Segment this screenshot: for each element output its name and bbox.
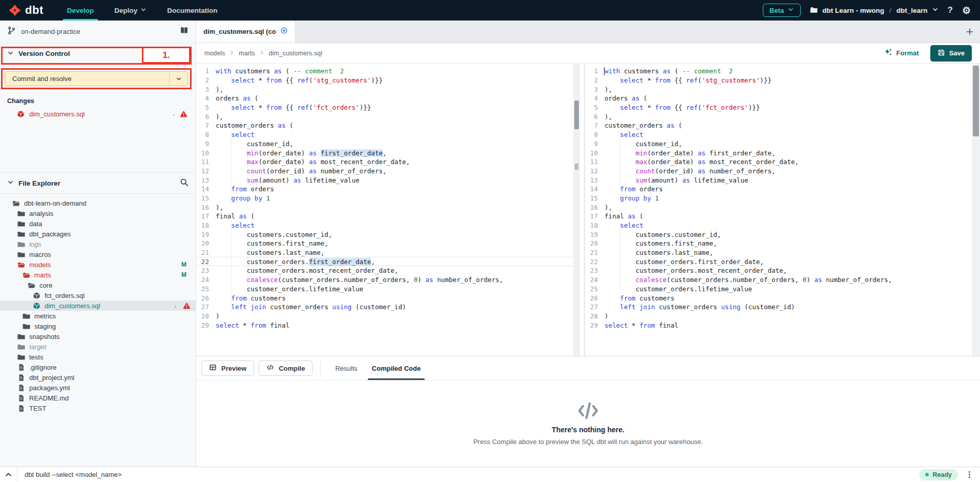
tree-item-analysis[interactable]: analysis bbox=[0, 208, 196, 218]
changed-file-row[interactable]: dim_customers.sql· bbox=[0, 108, 196, 120]
tree-item-tests[interactable]: tests bbox=[0, 352, 196, 362]
editor-tab-dim-customers[interactable]: dim_customers.sql (confli... bbox=[196, 21, 296, 43]
tree-item-core[interactable]: core bbox=[0, 280, 196, 290]
code-line-15: 15 group by 1 bbox=[196, 194, 580, 203]
nav-item-deploy[interactable]: Deploy bbox=[104, 0, 157, 21]
save-button[interactable]: Save bbox=[930, 45, 972, 62]
sidebar: on-demand-practice Version Control Commi… bbox=[0, 21, 196, 467]
settings-gear-icon[interactable]: ⚙ bbox=[962, 5, 971, 16]
breadcrumb-item[interactable]: dim_customers.sql bbox=[269, 50, 322, 57]
tree-item-snapshots[interactable]: snapshots bbox=[0, 331, 196, 342]
tree-item-label: analysis bbox=[29, 210, 191, 217]
tree-item-marts[interactable]: martsM bbox=[0, 270, 196, 280]
code-line-6: 6), bbox=[196, 112, 580, 121]
tree-item-label: core bbox=[39, 282, 191, 289]
ready-status-badge[interactable]: Ready bbox=[919, 469, 958, 480]
code-icon bbox=[266, 364, 274, 373]
docs-book-icon[interactable] bbox=[180, 26, 189, 37]
left-pane-scrollbar[interactable] bbox=[573, 64, 580, 356]
tree-item-dbt-learn-on-demand[interactable]: dbt-learn-on-demand bbox=[0, 198, 196, 208]
brand-name: dbt bbox=[25, 4, 44, 17]
code-line-12: 12 count(order_id) as number_of_orders, bbox=[585, 167, 980, 176]
ready-label: Ready bbox=[932, 471, 952, 478]
sparkles-icon bbox=[884, 48, 892, 58]
code-line-17: 17final as ( bbox=[196, 212, 580, 221]
new-tab-plus-icon[interactable] bbox=[966, 21, 974, 43]
command-input[interactable]: dbt build --select <model_name> bbox=[17, 471, 919, 478]
file-explorer-title: File Explorer bbox=[18, 179, 175, 187]
nav-item-documentation[interactable]: Documentation bbox=[157, 0, 227, 21]
nav-item-develop[interactable]: Develop bbox=[57, 0, 105, 21]
pane-divider[interactable] bbox=[580, 64, 585, 356]
preview-button[interactable]: Preview bbox=[201, 360, 254, 376]
commit-options-caret[interactable] bbox=[169, 72, 187, 86]
results-tab-results[interactable]: Results bbox=[328, 356, 364, 380]
tree-item-readme-md[interactable]: README.md bbox=[0, 393, 196, 403]
tree-item-target[interactable]: target bbox=[0, 342, 196, 352]
code-pane-right[interactable]: 1with customers as ( -- comment 22 selec… bbox=[585, 64, 980, 356]
tree-item-dim-customers-sql[interactable]: dim_customers.sql· bbox=[0, 300, 196, 311]
dbt-logo[interactable]: dbt bbox=[0, 0, 57, 21]
git-branch-icon bbox=[7, 26, 16, 37]
empty-state-title: There's nothing here. bbox=[552, 426, 624, 434]
folder-icon bbox=[17, 251, 25, 258]
folder-icon bbox=[17, 240, 25, 248]
tree-item-models[interactable]: modelsM bbox=[0, 259, 196, 270]
tree-item--gitignore[interactable]: .gitignore bbox=[0, 362, 196, 372]
tree-item-label: dim_customers.sql bbox=[45, 302, 170, 310]
format-button[interactable]: Format bbox=[884, 48, 919, 58]
code-line-8: 8 select bbox=[196, 130, 580, 139]
folder-open-icon bbox=[12, 199, 20, 207]
code-line-12: 12 count(order_id) as number_of_orders, bbox=[196, 167, 580, 176]
tree-item-fct-orders-sql[interactable]: fct_orders.sql bbox=[0, 290, 196, 300]
beta-dropdown[interactable]: Beta bbox=[763, 4, 801, 17]
breadcrumb-item[interactable]: models bbox=[204, 50, 225, 57]
file-explorer-header[interactable]: File Explorer bbox=[0, 172, 196, 194]
chevron-down-icon bbox=[787, 6, 794, 14]
code-line-6: 6), bbox=[585, 112, 980, 121]
version-control-header[interactable]: Version Control bbox=[0, 43, 196, 65]
cube-icon bbox=[33, 302, 40, 310]
folder-icon bbox=[17, 220, 25, 228]
unsaved-dot: · bbox=[174, 302, 177, 310]
project-selector[interactable]: dbt Learn - mwong / dbt_learn bbox=[810, 6, 938, 15]
file-icon bbox=[17, 374, 25, 381]
code-pane-left[interactable]: 1with customers as ( -- comment 22 selec… bbox=[196, 64, 580, 356]
tree-item-dbt-packages[interactable]: dbt_packages bbox=[0, 229, 196, 239]
dbt-cloud-ide: dbt DevelopDeployDocumentation Beta dbt … bbox=[0, 0, 980, 482]
modified-badge: M bbox=[181, 261, 191, 268]
top-nav: dbt DevelopDeployDocumentation Beta dbt … bbox=[0, 0, 980, 21]
breadcrumb-item[interactable]: marts bbox=[239, 50, 255, 57]
code-line-26: 26 from customers bbox=[196, 293, 580, 303]
tree-item-dbt-project-yml[interactable]: dbt_project.yml bbox=[0, 372, 196, 383]
results-tab-compiled-code[interactable]: Compiled Code bbox=[365, 356, 428, 380]
bottom-toolbar: Preview Compile ResultsCompiled Code bbox=[196, 356, 980, 380]
compile-button[interactable]: Compile bbox=[259, 360, 312, 376]
code-line-7: 7customer_orders as ( bbox=[196, 121, 580, 130]
tree-item-macros[interactable]: macros bbox=[0, 249, 196, 259]
tree-item-staging[interactable]: staging bbox=[0, 321, 196, 331]
help-icon[interactable]: ? bbox=[948, 5, 953, 15]
search-icon[interactable] bbox=[180, 178, 189, 189]
tree-item-test[interactable]: TEST bbox=[0, 403, 196, 413]
branch-row[interactable]: on-demand-practice bbox=[0, 21, 196, 43]
right-pane-scrollbar[interactable] bbox=[972, 64, 980, 356]
code-line-7: 7customer_orders as ( bbox=[585, 121, 980, 130]
tree-item-metrics[interactable]: metrics bbox=[0, 311, 196, 321]
compile-label: Compile bbox=[279, 365, 305, 372]
tree-item-label: tests bbox=[29, 353, 191, 361]
code-line-16: 16), bbox=[585, 203, 980, 212]
folder-icon bbox=[17, 353, 25, 361]
code-line-24: 24 coalesce(customer_orders.number_of_or… bbox=[196, 275, 580, 285]
tree-item-packages-yml[interactable]: packages.yml bbox=[0, 383, 196, 393]
tree-item-data[interactable]: data bbox=[0, 218, 196, 229]
collapse-panel-chevron-up-icon[interactable] bbox=[0, 467, 17, 482]
tree-item-logs[interactable]: logs bbox=[0, 239, 196, 249]
project-name: dbt Learn - mwong bbox=[822, 7, 884, 14]
format-label: Format bbox=[896, 49, 919, 57]
kebab-menu-icon[interactable] bbox=[965, 470, 980, 479]
commit-and-resolve-button[interactable]: Commit and resolve bbox=[5, 71, 188, 86]
folder-open-icon bbox=[28, 282, 35, 289]
project-separator: / bbox=[888, 7, 892, 14]
code-line-23: 23 customer_orders.most_recent_order_dat… bbox=[196, 266, 580, 275]
